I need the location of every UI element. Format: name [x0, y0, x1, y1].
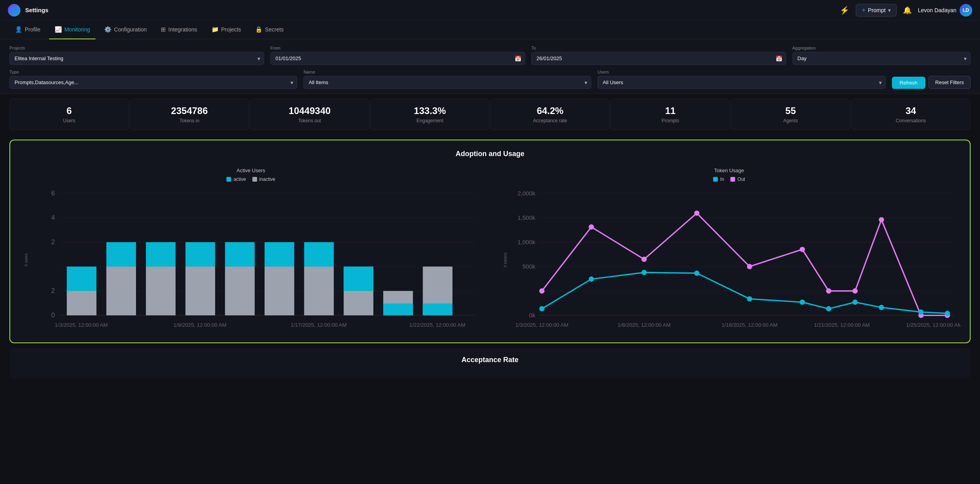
svg-rect-17 — [186, 267, 215, 315]
svg-point-64 — [852, 300, 857, 305]
projects-select-wrap: Elitea Internal Testing — [9, 52, 264, 65]
stat-conversations: 34 Conversations — [851, 99, 971, 130]
svg-text:2: 2 — [51, 287, 55, 294]
users-select[interactable]: All Users — [598, 76, 885, 89]
legend-in-dot — [713, 177, 718, 182]
stat-acceptance-label: Acceptance rate — [497, 118, 603, 123]
to-input[interactable] — [531, 52, 786, 65]
legend-out: Out — [730, 177, 745, 182]
svg-text:0k: 0k — [529, 312, 535, 318]
nav-projects[interactable]: 📁 Projects — [206, 20, 247, 39]
nav-profile[interactable]: 👤 Profile — [9, 20, 46, 39]
stat-agents-label: Agents — [737, 118, 844, 123]
bell-icon: 🔔 — [903, 6, 912, 14]
svg-rect-13 — [106, 267, 136, 315]
users-label: Users — [598, 70, 885, 74]
legend-active-dot — [226, 177, 231, 182]
filter-users-group: Users All Users — [598, 70, 885, 89]
stat-agents: 55 Agents — [731, 99, 850, 130]
svg-text:1,500k: 1,500k — [517, 214, 535, 221]
svg-point-66 — [918, 309, 923, 315]
stat-acceptance: 64.2% Acceptance rate — [491, 99, 610, 130]
svg-text:4: 4 — [51, 214, 55, 221]
svg-rect-28 — [383, 304, 413, 315]
stat-users: 6 Users — [9, 99, 129, 130]
reset-filters-button[interactable]: Reset Filters — [929, 76, 971, 89]
filter-actions: Refresh Reset Filters — [892, 76, 971, 89]
stat-acceptance-value: 64.2% — [497, 105, 603, 116]
from-calendar-icon: 📅 — [515, 55, 521, 62]
svg-text:1/21/2025, 12:00:00 AM: 1/21/2025, 12:00:00 AM — [814, 322, 870, 328]
svg-text:1/3/2025, 12:00:00 AM: 1/3/2025, 12:00:00 AM — [515, 322, 568, 328]
to-calendar-icon: 📅 — [776, 55, 782, 62]
charts-row: Active Users active inactive # users — [20, 167, 960, 333]
acceptance-rate-section: Acceptance Rate — [9, 348, 971, 378]
active-users-chart: Active Users active inactive # users — [20, 167, 482, 333]
app-logo: 🌀 — [8, 4, 20, 17]
refresh-button[interactable]: Refresh — [892, 77, 926, 89]
nav-integrations[interactable]: ⊞ Integrations — [155, 20, 202, 39]
token-usage-title: Token Usage — [498, 167, 961, 173]
svg-point-61 — [747, 296, 752, 301]
filter-from-group: From 📅 — [270, 46, 525, 65]
svg-point-60 — [694, 271, 699, 276]
projects-select[interactable]: Elitea Internal Testing — [9, 52, 264, 65]
legend-active: active — [226, 177, 246, 182]
stats-row: 6 Users 2354786 Tokens in 10449340 Token… — [0, 94, 980, 135]
svg-text:500k: 500k — [522, 263, 535, 270]
type-select[interactable]: Prompts,Datasources,Age... — [9, 76, 297, 89]
svg-rect-14 — [106, 242, 136, 267]
plus-icon: + — [862, 7, 865, 14]
type-label: Type — [9, 70, 297, 74]
svg-text:1/9/2025, 12:00:00 AM: 1/9/2025, 12:00:00 AM — [173, 322, 226, 328]
svg-point-65 — [879, 305, 884, 310]
adoption-title: Adoption and Usage — [20, 150, 960, 158]
svg-point-50 — [747, 264, 752, 269]
svg-point-51 — [800, 247, 805, 252]
stat-tokens-out: 10449340 Tokens out — [250, 99, 370, 130]
stat-tokens-out-value: 10449340 — [257, 105, 363, 116]
users-select-wrap: All Users — [598, 76, 885, 89]
notification-button[interactable]: 🔔 — [903, 6, 912, 15]
nav-configuration[interactable]: ⚙️ Configuration — [99, 20, 152, 39]
svg-point-58 — [588, 276, 594, 282]
svg-text:1/3/2025, 12:00:00 AM: 1/3/2025, 12:00:00 AM — [55, 322, 108, 328]
legend-inactive-dot — [252, 177, 257, 182]
svg-text:1,000k: 1,000k — [517, 239, 535, 245]
prompt-button[interactable]: + Prompt ▾ — [856, 4, 896, 17]
svg-rect-21 — [265, 267, 294, 315]
monitoring-icon: ⚡ — [840, 6, 849, 15]
legend-inactive: inactive — [252, 177, 276, 182]
nav-secrets[interactable]: 🔒 Secrets — [250, 20, 289, 39]
stat-prompts-label: Prompts — [617, 118, 723, 123]
stat-tokens-in-label: Tokens in — [136, 118, 243, 123]
svg-text:1/17/2025, 12:00:00 AM: 1/17/2025, 12:00:00 AM — [291, 322, 346, 328]
svg-point-48 — [641, 257, 646, 262]
svg-rect-30 — [423, 304, 452, 315]
svg-point-54 — [879, 217, 884, 222]
token-usage-legend: In Out — [498, 177, 961, 182]
filter-projects-group: Projects Elitea Internal Testing — [9, 46, 264, 65]
from-input[interactable] — [270, 52, 525, 65]
svg-rect-15 — [146, 267, 175, 315]
line-y-axis-label: # tokens — [503, 252, 507, 267]
bar-chart-svg: 6 4 2 2 0 — [34, 187, 482, 332]
prompt-label: Prompt — [868, 7, 886, 13]
svg-rect-18 — [186, 242, 215, 267]
stat-agents-value: 55 — [737, 105, 844, 116]
svg-point-46 — [539, 288, 544, 293]
svg-point-63 — [826, 306, 831, 311]
stat-engagement-label: Engagement — [377, 118, 483, 123]
aggregation-select[interactable]: Day — [792, 52, 971, 65]
nav-monitoring[interactable]: 📈 Monitoring — [49, 20, 96, 39]
svg-text:6: 6 — [51, 190, 55, 197]
svg-rect-19 — [225, 267, 254, 315]
svg-point-52 — [826, 288, 831, 293]
name-select[interactable]: All Items — [303, 76, 591, 89]
svg-rect-22 — [265, 242, 294, 267]
projects-icon: 📁 — [211, 26, 219, 33]
configuration-icon: ⚙️ — [104, 26, 112, 33]
svg-rect-20 — [225, 242, 254, 267]
adoption-chart-section: Adoption and Usage Active Users active i… — [9, 140, 971, 343]
svg-rect-11 — [67, 291, 96, 315]
